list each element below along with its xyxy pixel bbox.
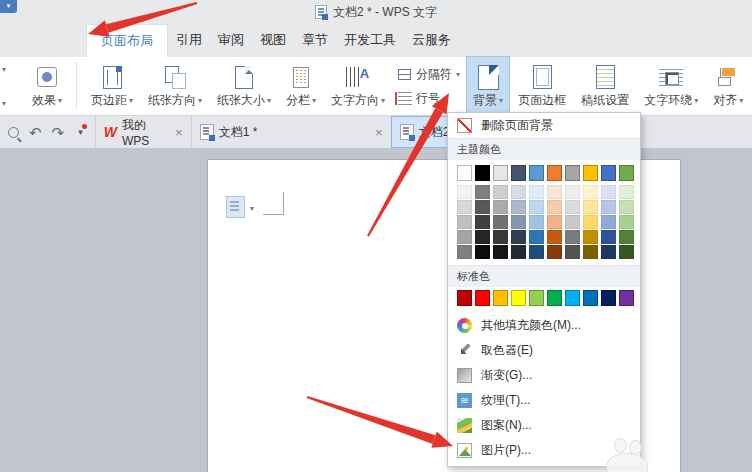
window-corner-button[interactable]: ▾ [0,0,17,13]
theme-variant-swatch[interactable] [511,185,526,199]
tab-view[interactable]: 视图 [252,24,294,57]
theme-color-swatch[interactable] [511,165,526,181]
paste-options-icon[interactable] [226,196,245,218]
menu-item-picture[interactable]: 图片(P)... [448,438,640,463]
theme-variant-swatch[interactable] [493,245,508,259]
theme-variant-swatch[interactable] [547,245,562,259]
theme-variant-swatch[interactable] [493,215,508,229]
theme-color-swatch[interactable] [565,165,580,181]
menu-item-pattern[interactable]: 图案(N)... [448,413,640,438]
theme-variant-swatch[interactable] [493,185,508,199]
theme-variant-swatch[interactable] [619,245,634,259]
tab-review[interactable]: 审阅 [210,24,252,57]
close-icon[interactable]: × [375,125,383,140]
theme-color-swatch[interactable] [493,165,508,181]
standard-color-swatch[interactable] [583,290,598,306]
menu-item-gradient[interactable]: 渐变(G)... [448,363,640,388]
theme-variant-swatch[interactable] [619,200,634,214]
theme-variant-swatch[interactable] [493,200,508,214]
theme-variant-swatch[interactable] [619,230,634,244]
theme-variant-swatch[interactable] [493,230,508,244]
theme-variant-swatch[interactable] [511,215,526,229]
standard-color-swatch[interactable] [547,290,562,306]
text-direction-button[interactable]: 文字方向▾ [325,57,391,115]
paper-orientation-button[interactable]: 纸张方向▾ [142,57,208,115]
menu-item-texture[interactable]: ≋纹理(T)... [448,388,640,413]
theme-color-swatch[interactable] [601,165,616,181]
theme-color-swatch[interactable] [619,165,634,181]
theme-variant-swatch[interactable] [475,245,490,259]
theme-variant-swatch[interactable] [529,215,544,229]
standard-color-swatch[interactable] [493,290,508,306]
standard-color-swatch[interactable] [511,290,526,306]
theme-variant-swatch[interactable] [475,230,490,244]
standard-color-swatch[interactable] [529,290,544,306]
theme-variant-swatch[interactable] [511,230,526,244]
theme-variant-swatch[interactable] [457,200,472,214]
theme-color-swatch[interactable] [457,165,472,181]
theme-variant-swatch[interactable] [529,185,544,199]
tab-insert-clipped[interactable]: 入 [0,24,13,57]
columns-button[interactable]: 分栏▾ [280,57,322,115]
grid-setup-button[interactable]: 稿纸设置 [575,57,635,115]
theme-variant-swatch[interactable] [583,200,598,214]
paper-size-button[interactable]: 纸张大小▾ [211,57,277,115]
theme-variant-swatch[interactable] [547,230,562,244]
text-wrap-button[interactable]: 文字环绕▾ [638,57,704,115]
theme-variant-swatch[interactable] [565,200,580,214]
theme-variant-swatch[interactable] [565,215,580,229]
theme-variant-swatch[interactable] [583,245,598,259]
theme-variant-swatch[interactable] [529,245,544,259]
theme-variant-swatch[interactable] [565,230,580,244]
tab-cloud[interactable]: 云服务 [404,24,459,57]
theme-variant-swatch[interactable] [529,200,544,214]
theme-color-swatch[interactable] [583,165,598,181]
theme-variant-swatch[interactable] [601,185,616,199]
theme-variant-swatch[interactable] [565,185,580,199]
tab-developer[interactable]: 开发工具 [336,24,404,57]
standard-color-swatch[interactable] [601,290,616,306]
standard-color-swatch[interactable] [619,290,634,306]
theme-variant-swatch[interactable] [547,200,562,214]
theme-variant-swatch[interactable] [457,230,472,244]
close-icon[interactable]: × [175,125,183,140]
menu-item-eyedropper[interactable]: 取色器(E) [448,338,640,363]
theme-variant-swatch[interactable] [475,185,490,199]
standard-color-swatch[interactable] [457,290,472,306]
doc-tab-mywps[interactable]: W 我的WPS × [95,116,191,148]
theme-variant-swatch[interactable] [547,215,562,229]
theme-variant-swatch[interactable] [601,215,616,229]
theme-color-swatch[interactable] [547,165,562,181]
chevron-down-icon[interactable]: ▾ [2,65,6,74]
theme-variant-swatch[interactable] [583,215,598,229]
redo-icon[interactable]: ↷ [52,125,65,140]
theme-variant-swatch[interactable] [457,245,472,259]
effects-button[interactable]: 效果▾ [26,57,68,115]
theme-variant-swatch[interactable] [529,230,544,244]
standard-color-swatch[interactable] [565,290,580,306]
standard-color-swatch[interactable] [475,290,490,306]
theme-variant-swatch[interactable] [583,230,598,244]
theme-variant-swatch[interactable] [601,230,616,244]
line-numbers-button[interactable]: 行号▾ [398,90,460,107]
undo-icon[interactable]: ↶ [29,125,42,140]
menu-item-color-wheel[interactable]: 其他填充颜色(M)... [448,313,640,338]
theme-variant-swatch[interactable] [565,245,580,259]
theme-variant-swatch[interactable] [511,245,526,259]
more-commands-icon[interactable]: ▾ [78,127,83,137]
theme-variant-swatch[interactable] [583,185,598,199]
margins-button[interactable]: 页边距▾ [85,57,139,115]
theme-variant-swatch[interactable] [619,185,634,199]
theme-variant-swatch[interactable] [457,215,472,229]
chevron-down-icon[interactable]: ▾ [250,204,254,213]
theme-variant-swatch[interactable] [619,215,634,229]
theme-variant-swatch[interactable] [475,215,490,229]
menu-item-delete-background[interactable]: 删除页面背景 [448,113,640,138]
tab-page-layout[interactable]: 页面布局 [86,24,168,57]
theme-variant-swatch[interactable] [601,245,616,259]
tab-section[interactable]: 章节 [294,24,336,57]
theme-color-swatch[interactable] [475,165,490,181]
theme-variant-swatch[interactable] [475,200,490,214]
page-border-button[interactable]: 页面边框 [512,57,572,115]
theme-variant-swatch[interactable] [457,185,472,199]
